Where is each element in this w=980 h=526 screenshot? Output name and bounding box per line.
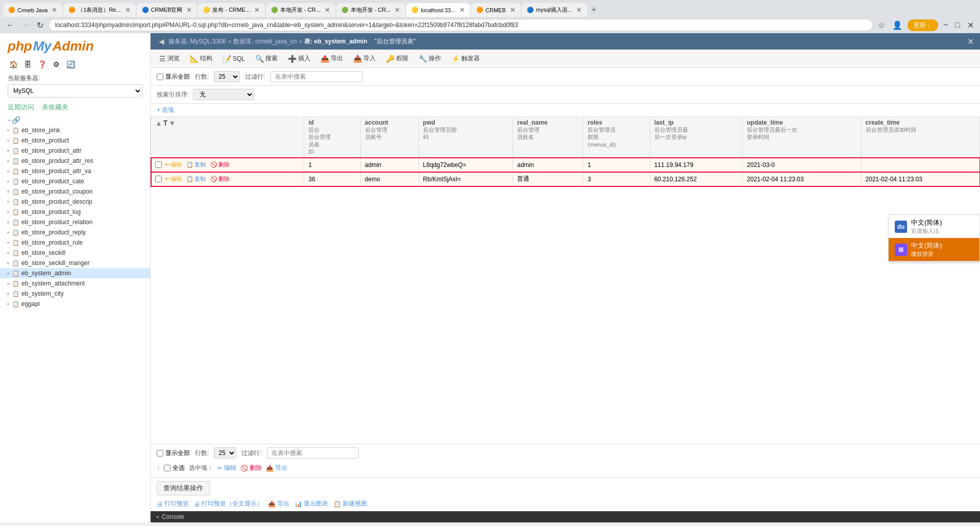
select-all-checkbox[interactable] <box>164 465 170 471</box>
tree-item-eb_store_product_attr[interactable]: + 📋 eb_store_product_attr <box>0 146 150 156</box>
profile-button[interactable]: 👤 <box>890 19 904 31</box>
tab-close-3[interactable]: ✕ <box>186 6 192 14</box>
tab-close-2[interactable]: ✕ <box>125 6 131 14</box>
tree-item-eb_store_product_rule[interactable]: + 📋 eb_store_product_rule <box>0 237 150 248</box>
link-icon[interactable]: 🔗 <box>12 116 20 124</box>
back-button[interactable]: ← <box>4 19 16 31</box>
refresh-icon[interactable]: 🔄 <box>65 59 76 70</box>
row2-copy-button[interactable]: 📋 复制 <box>185 175 207 183</box>
show-all-checkbox[interactable] <box>157 74 163 80</box>
breadcrumb-close[interactable]: ✕ <box>967 37 974 46</box>
row2-edit-button[interactable]: ✏ 编辑 <box>163 175 183 183</box>
export-result-button[interactable]: 📤 导出 <box>268 499 289 508</box>
breadcrumb-server[interactable]: 服务器: MySQL:3306 <box>168 37 226 46</box>
bottom-show-all-checkbox[interactable] <box>157 450 163 457</box>
row1-copy-button[interactable]: 📋 复制 <box>185 160 207 169</box>
new-tab-button[interactable]: + <box>588 5 600 15</box>
settings-icon[interactable]: ⚙ <box>51 59 62 70</box>
tree-item-eggapi[interactable]: + 📋 eggapi <box>0 299 150 309</box>
back-page-button[interactable]: ◀ <box>157 36 166 46</box>
row2-checkbox[interactable] <box>155 176 162 182</box>
new-view-button[interactable]: 📋 新建视图 <box>333 499 367 508</box>
tab-4[interactable]: 🟡 发布 - CRME... ✕ <box>198 3 264 17</box>
select-all-label[interactable]: 全选 <box>164 464 185 472</box>
row2-delete-button[interactable]: 🚫 删除 <box>209 175 231 183</box>
tree-item-eb_store_product_reply[interactable]: + 📋 eb_store_product_reply <box>0 227 150 237</box>
sort-up-icon[interactable]: ▲ <box>155 119 162 127</box>
tree-item-eb_store_pink[interactable]: + 📋 eb_store_pink <box>0 125 150 135</box>
home-icon[interactable]: 🏠 <box>8 59 19 70</box>
bottom-row-count-select[interactable]: 25 <box>214 447 236 459</box>
tab-close-8[interactable]: ✕ <box>510 6 516 14</box>
ime-item-ms[interactable]: ⊞ 中文(简体) 微软拼音 <box>889 238 979 261</box>
show-chart-button[interactable]: 📊 显示图表 <box>295 499 328 508</box>
tab-close-1[interactable]: ✕ <box>52 6 57 14</box>
tree-item-eb_system_attachment[interactable]: + 📋 eb_system_attachment <box>0 278 150 289</box>
bookmark-button[interactable]: ☆ <box>876 19 887 31</box>
update-button[interactable]: 更新： <box>908 19 938 31</box>
tab-5[interactable]: 🟢 本地开发 - CR... ✕ <box>266 3 335 17</box>
tab-close-4[interactable]: ✕ <box>254 6 260 14</box>
tree-item-eb_store_product_attr_va[interactable]: + 📋 eb_store_product_attr_va <box>0 166 150 176</box>
tree-item-eb_store_seckill[interactable]: + 📋 eb_store_seckill <box>0 248 150 258</box>
ime-item-baidu[interactable]: du 中文(简体) 百度输入法 <box>889 215 979 238</box>
import-button[interactable]: 📥 导入 <box>349 52 380 65</box>
tab-8[interactable]: 🟠 CRMEB ✕ <box>471 3 521 17</box>
console-bar[interactable]: ▪ Console <box>151 511 980 522</box>
bottom-delete-button[interactable]: 🚫 删除 <box>240 464 262 472</box>
sql-button[interactable]: 📝 SQL <box>218 52 250 65</box>
tree-item-eb_system_city[interactable]: + 📋 eb_system_city <box>0 289 150 299</box>
server-select[interactable]: MySQL <box>8 84 142 98</box>
tree-item-eb_system_admin[interactable]: + 📋 eb_system_admin <box>0 268 150 278</box>
collapse-icon[interactable]: − <box>8 116 12 124</box>
insert-button[interactable]: ➕ 插入 <box>283 52 315 65</box>
tree-item-eb_store_product_log[interactable]: + 📋 eb_store_product_log <box>0 207 150 217</box>
structure-button[interactable]: 📐 结构 <box>185 52 217 65</box>
bottom-filter-input[interactable] <box>267 447 359 459</box>
options-link[interactable]: + 选项 <box>157 106 174 114</box>
show-all-checkbox-label[interactable]: 显示全部 <box>157 73 190 81</box>
tree-item-eb_store_product[interactable]: + 📋 eb_store_product <box>0 135 150 146</box>
recent-link[interactable]: 近期访问 <box>8 103 34 112</box>
row1-edit-button[interactable]: ✏ 编辑 <box>163 160 183 169</box>
sort-select[interactable]: 无 <box>193 89 254 100</box>
row-count-select[interactable]: 25 50 100 <box>214 71 240 82</box>
help-icon[interactable]: ❓ <box>36 59 47 70</box>
sort-down-icon[interactable]: ▼ <box>168 119 176 127</box>
print-preview-button[interactable]: 🖨 打印预览 <box>157 499 189 508</box>
tab-close-7[interactable]: ✕ <box>459 6 465 14</box>
export-button[interactable]: 📤 导出 <box>316 52 348 65</box>
tab-3[interactable]: 🔵 CRMEB官网 ✕ <box>137 3 198 17</box>
tab-6[interactable]: 🟢 本地开发 - CR... ✕ <box>336 3 406 17</box>
tree-item-eb_store_product_coupon[interactable]: + 📋 eb_store_product_coupon <box>0 186 150 197</box>
tab-1[interactable]: 🟠 Crmeb Java ✕ <box>3 3 62 17</box>
forward-button[interactable]: → <box>19 19 32 31</box>
row1-delete-button[interactable]: 🚫 删除 <box>209 160 231 169</box>
triggers-button[interactable]: ⚡ 触发器 <box>447 52 484 65</box>
tab-2[interactable]: 🟠 （1条消息）Re... ✕ <box>63 3 135 17</box>
bottom-export-button[interactable]: 📤 导出 <box>266 464 287 472</box>
tab-close-6[interactable]: ✕ <box>395 6 400 14</box>
maximize-button[interactable]: □ <box>953 19 962 31</box>
search-button[interactable]: 🔍 搜索 <box>251 52 282 65</box>
tree-item-eb_store_product_attr_res[interactable]: + 📋 eb_store_product_attr_res <box>0 156 150 166</box>
tab-9[interactable]: 🔵 mysql插入语... ✕ <box>522 3 587 17</box>
tree-item-eb_store_product_relation[interactable]: + 📋 eb_store_product_relation <box>0 217 150 227</box>
operations-button[interactable]: 🔧 操作 <box>414 52 446 65</box>
bottom-show-all-label[interactable]: 显示全部 <box>157 449 190 458</box>
filter-input[interactable] <box>271 71 362 82</box>
privileges-button[interactable]: 🔑 权限 <box>381 52 413 65</box>
bottom-edit-button[interactable]: ✏ 编辑 <box>217 464 236 472</box>
row1-checkbox[interactable] <box>155 161 162 168</box>
breadcrumb-database[interactable]: 数据库: crmeb_java_cn <box>233 37 297 46</box>
print-full-button[interactable]: 🖨 打印预览（全文显示） <box>194 499 263 508</box>
tab-close-5[interactable]: ✕ <box>325 6 330 14</box>
address-input[interactable] <box>48 19 873 31</box>
close-window-button[interactable]: ✕ <box>965 19 976 31</box>
tab-close-9[interactable]: ✕ <box>576 6 582 14</box>
tree-item-eb_store_seckill_manger[interactable]: + 📋 eb_store_seckill_manger <box>0 258 150 268</box>
reload-button[interactable]: ↻ <box>35 19 45 31</box>
minimize-button[interactable]: − <box>941 19 950 31</box>
tab-7[interactable]: 🟡 localhost:33... ✕ <box>406 3 470 17</box>
tree-item-eb_store_product_descrip[interactable]: + 📋 eb_store_product_descrip <box>0 197 150 207</box>
